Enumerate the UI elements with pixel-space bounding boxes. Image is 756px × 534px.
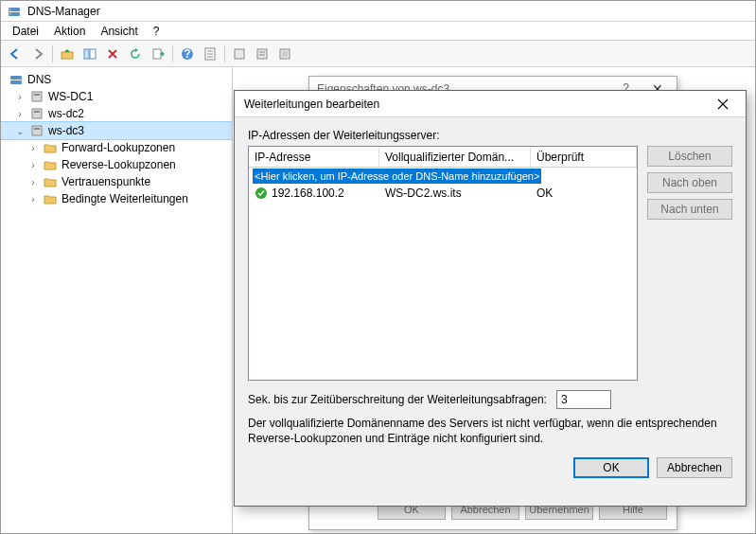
timeout-input[interactable] xyxy=(556,390,611,409)
svg-rect-25 xyxy=(34,111,40,113)
nav-forward-button[interactable] xyxy=(27,44,48,64)
folder-icon xyxy=(43,157,58,172)
tree-label: Vertrauenspunkte xyxy=(62,175,150,188)
server-icon xyxy=(29,123,44,138)
tree-label: WS-DC1 xyxy=(48,90,93,103)
export-button[interactable] xyxy=(148,44,168,64)
tree-label: DNS xyxy=(27,73,51,86)
show-hide-tree-button[interactable] xyxy=(79,44,100,64)
tree-reverse-zones[interactable]: › Reverse-Lookupzonen xyxy=(1,156,232,173)
tree-label: ws-dc2 xyxy=(48,107,84,120)
delete-button[interactable] xyxy=(102,44,123,64)
svg-point-3 xyxy=(9,13,11,15)
timeout-row: Sek. bis zur Zeitüberschreitung der Weit… xyxy=(248,390,732,409)
col-verified[interactable]: Überprüft xyxy=(531,147,637,167)
edit-dialog-title: Weiterleitungen bearbeiten xyxy=(244,98,379,111)
svg-rect-5 xyxy=(84,49,89,59)
svg-rect-23 xyxy=(34,94,40,96)
list-side-buttons: Löschen Nach oben Nach unten xyxy=(647,146,732,220)
tree-server-wsdc1[interactable]: › WS-DC1 xyxy=(1,88,232,105)
action-1-button[interactable] xyxy=(229,44,250,64)
edit-dialog-body: IP-Adressen der Weiterleitungsserver: IP… xyxy=(235,117,746,490)
menu-datei[interactable]: Datei xyxy=(5,23,46,40)
edit-dialog-buttons: OK Abbrechen xyxy=(248,457,732,478)
menu-help[interactable]: ? xyxy=(146,23,167,40)
app-icon xyxy=(7,4,22,19)
edit-forwarders-dialog: Weiterleitungen bearbeiten IP-Adressen d… xyxy=(234,90,747,507)
refresh-button[interactable] xyxy=(125,44,146,64)
edit-dialog-titlebar[interactable]: Weiterleitungen bearbeiten xyxy=(235,91,746,117)
ok-button[interactable]: OK xyxy=(573,457,649,478)
tree-label: Reverse-Lookupzonen xyxy=(62,158,176,171)
action-2-button[interactable] xyxy=(252,44,273,64)
expand-icon[interactable]: › xyxy=(14,92,26,102)
row-ip: 192.168.100.2 xyxy=(272,187,344,200)
window-title: DNS-Manager xyxy=(27,5,100,18)
collapse-icon[interactable]: ⌄ xyxy=(14,126,26,136)
menu-ansicht[interactable]: Ansicht xyxy=(93,23,145,40)
nav-back-button[interactable] xyxy=(5,44,26,64)
server-icon xyxy=(29,106,44,121)
expand-icon[interactable]: › xyxy=(27,194,39,205)
svg-rect-15 xyxy=(257,49,267,59)
svg-rect-20 xyxy=(10,76,22,80)
tree-root-dns[interactable]: DNS xyxy=(1,71,232,88)
col-ip-address[interactable]: IP-Adresse xyxy=(249,147,379,167)
expand-icon[interactable]: › xyxy=(14,109,26,119)
toolbar-separator xyxy=(52,45,53,62)
svg-rect-6 xyxy=(90,49,96,59)
row-fqdn: WS-DC2.ws.its xyxy=(385,187,462,200)
add-hint-text: <Hier klicken, um IP-Adresse oder DNS-Na… xyxy=(253,169,541,184)
toolbar-separator xyxy=(172,45,173,62)
tree-pane[interactable]: DNS › WS-DC1 › ws-dc2 ⌄ ws-dc3 › Forward… xyxy=(1,67,233,533)
tree-forward-zones[interactable]: › Forward-Lookupzonen xyxy=(1,139,232,156)
svg-rect-14 xyxy=(235,49,244,59)
col-fqdn[interactable]: Vollqualifizierter Domän... xyxy=(379,147,531,167)
svg-text:?: ? xyxy=(184,47,190,61)
tree-server-wsdc3[interactable]: ⌄ ws-dc3 xyxy=(1,122,232,139)
list-row[interactable]: 192.168.100.2 WS-DC2.ws.its OK xyxy=(249,185,637,202)
tree-label: Forward-Lookupzonen xyxy=(62,141,175,154)
svg-rect-4 xyxy=(62,52,73,59)
folder-icon xyxy=(43,174,58,189)
svg-rect-22 xyxy=(32,92,42,101)
up-folder-button[interactable] xyxy=(57,44,78,64)
list-body: <Hier klicken, um IP-Adresse oder DNS-Na… xyxy=(249,168,637,202)
expand-icon[interactable]: › xyxy=(27,160,39,170)
svg-rect-27 xyxy=(34,128,40,130)
fqdn-unavailable-note: Der vollqualifizierte Domänenname des Se… xyxy=(248,417,732,446)
expand-icon[interactable]: › xyxy=(27,143,39,153)
tree-conditional-fwd[interactable]: › Bedingte Weiterleitungen xyxy=(1,190,232,207)
svg-rect-21 xyxy=(10,80,22,84)
tree-server-wsdc2[interactable]: › ws-dc2 xyxy=(1,105,232,122)
timeout-label: Sek. bis zur Zeitüberschreitung der Weit… xyxy=(248,393,547,406)
toolbar: ? xyxy=(1,41,755,67)
close-icon xyxy=(717,98,729,110)
action-3-button[interactable] xyxy=(274,44,295,64)
svg-rect-26 xyxy=(32,126,42,135)
help-button[interactable]: ? xyxy=(177,44,198,64)
tree-label: Bedingte Weiterleitungen xyxy=(62,192,188,205)
cancel-button[interactable]: Abbrechen xyxy=(657,457,732,478)
tree-trust-points[interactable]: › Vertrauenspunkte xyxy=(1,173,232,190)
move-down-button[interactable]: Nach unten xyxy=(647,199,732,220)
close-button[interactable] xyxy=(704,92,742,116)
svg-rect-7 xyxy=(153,49,161,59)
svg-rect-24 xyxy=(32,109,42,118)
move-up-button[interactable]: Nach oben xyxy=(647,172,732,193)
dns-icon xyxy=(9,72,24,87)
properties-button[interactable] xyxy=(200,44,220,64)
delete-button[interactable]: Löschen xyxy=(647,146,732,167)
list-header: IP-Adresse Vollqualifizierter Domän... Ü… xyxy=(249,147,637,168)
list-add-hint-row[interactable]: <Hier klicken, um IP-Adresse oder DNS-Na… xyxy=(249,168,637,185)
svg-point-2 xyxy=(9,9,11,10)
expand-icon[interactable]: › xyxy=(27,177,39,187)
forwarders-list-label: IP-Adressen der Weiterleitungsserver: xyxy=(248,129,732,142)
toolbar-separator xyxy=(224,45,225,62)
menu-aktion[interactable]: Aktion xyxy=(46,23,93,40)
folder-icon xyxy=(43,191,58,206)
window-titlebar: DNS-Manager xyxy=(1,1,755,22)
svg-rect-19 xyxy=(282,51,288,57)
forwarders-list[interactable]: IP-Adresse Vollqualifizierter Domän... Ü… xyxy=(248,146,638,381)
folder-icon xyxy=(43,140,58,155)
